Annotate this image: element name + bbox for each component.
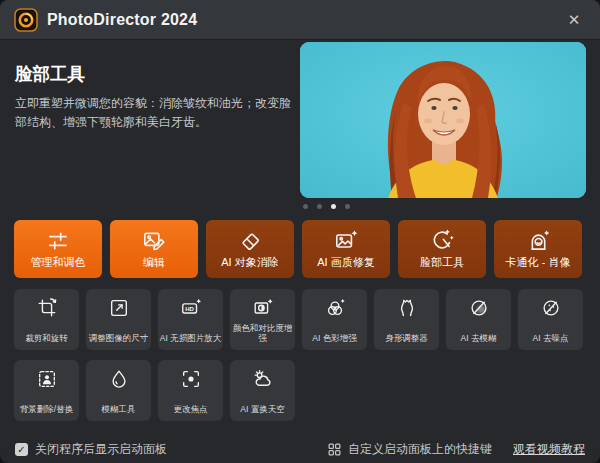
edit-photo-icon [141, 228, 167, 254]
tile-deblur[interactable]: AI 去模糊 [446, 289, 511, 350]
tile-crop-rotate[interactable]: 裁剪和旋转 [14, 289, 79, 350]
tile-label: AI 去模糊 [461, 333, 497, 344]
app-title: PhotoDirector 2024 [47, 11, 197, 29]
watch-tutorials-link[interactable]: 观看视频教程 [513, 441, 585, 458]
tile-row-tertiary: 背景删除/替换模糊工具更改焦点AI 置换天空 [14, 360, 295, 421]
tile-label: AI 无损图片放大 [160, 333, 221, 344]
tile-color-contrast[interactable]: 颜色和对比度增强 [230, 289, 295, 350]
app-logo-icon [14, 8, 38, 32]
color-circles-icon [324, 297, 346, 319]
cartoon-portrait-icon [525, 228, 551, 254]
tile-label: 背景删除/替换 [20, 404, 73, 415]
tile-focus[interactable]: 更改焦点 [158, 360, 223, 421]
image-enhance-icon [333, 228, 359, 254]
sky-replace-icon [252, 368, 274, 390]
tile-label: 模糊工具 [102, 404, 136, 415]
tile-label: 颜色和对比度增强 [231, 323, 294, 344]
adjust-sliders-icon [45, 228, 71, 254]
resize-icon [108, 297, 130, 319]
deblur-icon [468, 297, 490, 319]
photodirector-launcher-window: PhotoDirector 2024 ✕ 脸部工具 立即重塑并微调您的容貌：消除… [0, 0, 600, 463]
focus-icon [180, 368, 202, 390]
tile-adjust-sliders[interactable]: 管理和调色 [14, 220, 102, 278]
tile-label: 脸部工具 [420, 255, 464, 270]
hero-description: 立即重塑并微调您的容貌：消除皱纹和油光；改变脸部结构、增强下颚轮廓和美白牙齿。 [15, 94, 293, 131]
tile-label: 编辑 [143, 255, 165, 270]
carousel-dot-2[interactable] [317, 204, 322, 209]
tile-label: AI 画质修复 [317, 255, 374, 270]
tile-color-circles[interactable]: AI 色彩增强 [302, 289, 367, 350]
carousel-dots [303, 204, 350, 209]
carousel-dot-4[interactable] [345, 204, 350, 209]
tile-label: AI 去噪点 [533, 333, 569, 344]
crop-rotate-icon [36, 297, 58, 319]
body-shaper-icon [396, 297, 418, 319]
carousel-dot-3[interactable] [331, 204, 336, 209]
tile-cartoon-portrait[interactable]: 卡通化 - 肖像 [494, 220, 582, 278]
tile-row-primary: 管理和调色编辑AI 对象消除AI 画质修复脸部工具卡通化 - 肖像 [14, 220, 582, 278]
show-on-close-checkbox[interactable]: ✓ [15, 443, 28, 456]
eraser-icon [237, 228, 263, 254]
tile-denoise[interactable]: AI 去噪点 [518, 289, 583, 350]
tile-eraser[interactable]: AI 对象消除 [206, 220, 294, 278]
denoise-icon [540, 297, 562, 319]
tile-image-enhance[interactable]: AI 画质修复 [302, 220, 390, 278]
customize-shortcuts-button[interactable]: 自定义启动面板上的快捷键 [348, 441, 492, 458]
tile-row-secondary: 裁剪和旋转调整图像的尺寸HDAI 无损图片放大颜色和对比度增强AI 色彩增强身形… [14, 289, 583, 350]
show-on-close-option[interactable]: ✓ 关闭程序后显示启动面板 [15, 441, 167, 458]
tile-label: AI 对象消除 [221, 255, 278, 270]
color-contrast-icon [252, 297, 274, 319]
close-icon[interactable]: ✕ [562, 8, 586, 32]
tile-face-wand[interactable]: 脸部工具 [398, 220, 486, 278]
hd-upscale-icon: HD [180, 297, 202, 319]
tile-label: 管理和调色 [31, 255, 86, 270]
blur-drop-icon [108, 368, 130, 390]
svg-text:HD: HD [185, 306, 194, 312]
carousel-dot-1[interactable] [303, 204, 308, 209]
tile-label: 卡通化 - 肖像 [506, 255, 571, 270]
tile-label: 更改焦点 [174, 404, 208, 415]
face-wand-icon [429, 228, 455, 254]
tile-hd-upscale[interactable]: HDAI 无损图片放大 [158, 289, 223, 350]
tile-resize[interactable]: 调整图像的尺寸 [86, 289, 151, 350]
page-title: 脸部工具 [15, 62, 293, 86]
title-bar: PhotoDirector 2024 ✕ [0, 0, 600, 40]
tile-label: 身形调整器 [385, 333, 428, 344]
tile-edit-photo[interactable]: 编辑 [110, 220, 198, 278]
tile-label: AI 置换天空 [240, 404, 284, 415]
tile-label: 调整图像的尺寸 [89, 333, 149, 344]
tile-label: 裁剪和旋转 [25, 333, 68, 344]
footer-bar: ✓ 关闭程序后显示启动面板 自定义启动面板上的快捷键 观看视频教程 [0, 435, 600, 463]
tile-sky-replace[interactable]: AI 置换天空 [230, 360, 295, 421]
show-on-close-label: 关闭程序后显示启动面板 [35, 441, 167, 458]
hero-photo [300, 42, 586, 198]
tile-blur-drop[interactable]: 模糊工具 [86, 360, 151, 421]
hero-text-block: 脸部工具 立即重塑并微调您的容貌：消除皱纹和油光；改变脸部结构、增强下颚轮廓和美… [15, 62, 293, 131]
bg-remove-icon [36, 368, 58, 390]
tile-body-shaper[interactable]: 身形调整器 [374, 289, 439, 350]
tile-label: AI 色彩增强 [312, 333, 356, 344]
shortcut-grid-icon [328, 443, 341, 456]
tile-bg-remove[interactable]: 背景删除/替换 [14, 360, 79, 421]
